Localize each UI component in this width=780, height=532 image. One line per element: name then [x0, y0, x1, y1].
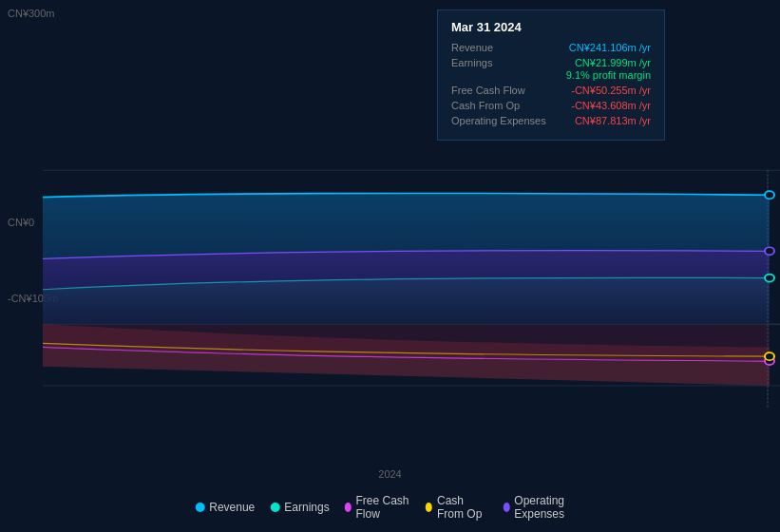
- legend-label-cfo: Cash From Op: [437, 494, 488, 521]
- tooltip-label-fcf: Free Cash Flow: [451, 85, 525, 96]
- legend: Revenue Earnings Free Cash Flow Cash Fro…: [195, 494, 585, 521]
- tooltip-value-revenue: CN¥241.106m /yr: [569, 42, 651, 53]
- legend-item-earnings[interactable]: Earnings: [270, 501, 329, 514]
- legend-dot-revenue: [195, 503, 204, 512]
- legend-dot-opex: [503, 503, 509, 512]
- legend-item-opex[interactable]: Operating Expenses: [503, 494, 584, 521]
- tooltip-value-earnings: CN¥21.999m /yr: [575, 57, 651, 68]
- tooltip-label-revenue: Revenue: [451, 42, 493, 53]
- tooltip-title: Mar 31 2024: [451, 20, 651, 34]
- svg-point-6: [765, 247, 774, 255]
- tooltip-row-opex: Operating Expenses CN¥87.813m /yr: [451, 115, 651, 126]
- tooltip-row-earnings: Earnings CN¥21.999m /yr: [451, 57, 651, 68]
- tooltip-label-cfo: Cash From Op: [451, 100, 520, 111]
- tooltip-row-cfo: Cash From Op -CN¥43.608m /yr: [451, 100, 651, 111]
- tooltip-box: Mar 31 2024 Revenue CN¥241.106m /yr Earn…: [437, 10, 665, 141]
- legend-label-revenue: Revenue: [209, 501, 255, 514]
- profit-margin-row: 9.1% profit margin: [451, 69, 651, 81]
- tooltip-label-opex: Operating Expenses: [451, 115, 546, 126]
- legend-label-opex: Operating Expenses: [514, 494, 584, 521]
- svg-point-8: [765, 352, 774, 360]
- profit-margin-text: 9.1% profit margin: [566, 69, 651, 81]
- svg-point-5: [765, 275, 774, 282]
- chart-container: Mar 31 2024 Revenue CN¥241.106m /yr Earn…: [0, 0, 780, 532]
- legend-label-fcf: Free Cash Flow: [355, 494, 410, 521]
- y-label-300: CN¥300m: [8, 8, 55, 19]
- tooltip-label-earnings: Earnings: [451, 57, 492, 68]
- legend-dot-fcf: [345, 503, 352, 512]
- chart-svg: [0, 147, 780, 470]
- legend-item-cfo[interactable]: Cash From Op: [426, 494, 487, 521]
- legend-item-revenue[interactable]: Revenue: [195, 501, 255, 514]
- svg-point-4: [765, 191, 774, 199]
- tooltip-row-revenue: Revenue CN¥241.106m /yr: [451, 42, 651, 53]
- tooltip-value-opex: CN¥87.813m /yr: [575, 115, 651, 126]
- legend-item-fcf[interactable]: Free Cash Flow: [345, 494, 411, 521]
- legend-dot-earnings: [270, 503, 279, 512]
- legend-dot-cfo: [426, 503, 432, 512]
- tooltip-value-cfo: -CN¥43.608m /yr: [571, 100, 651, 111]
- tooltip-row-fcf: Free Cash Flow -CN¥50.255m /yr: [451, 85, 651, 96]
- tooltip-value-fcf: -CN¥50.255m /yr: [571, 85, 651, 96]
- legend-label-earnings: Earnings: [284, 501, 329, 514]
